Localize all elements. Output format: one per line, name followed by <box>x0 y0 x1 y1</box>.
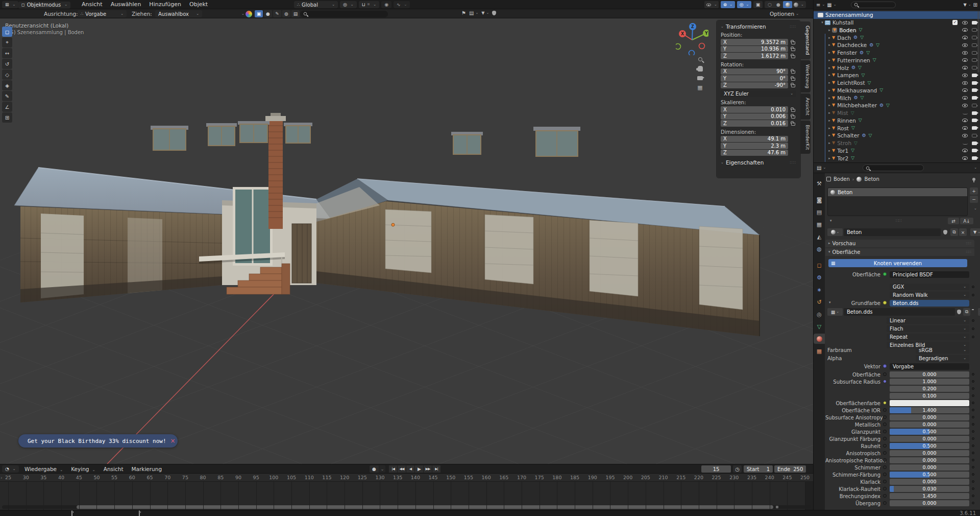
timeline-menu-ansicht[interactable]: Ansicht <box>100 464 128 474</box>
disclosure-icon[interactable]: ▸ <box>827 36 832 40</box>
object-name[interactable]: Dach <box>837 35 851 41</box>
outliner-filter-dropdown[interactable]: ▼⌄ <box>964 3 971 7</box>
render-tab[interactable]: ◙ <box>814 195 825 205</box>
object-name[interactable]: Tor1 <box>837 148 848 154</box>
eye-icon[interactable] <box>962 119 968 122</box>
outliner-row[interactable]: ▸▼Boden▽ <box>814 27 980 34</box>
preview-range-toggle[interactable]: ◷ <box>733 465 742 473</box>
jump-end-button[interactable]: ▶| <box>432 465 440 473</box>
decorator-dot[interactable] <box>972 487 974 490</box>
image-setting-dropdown[interactable]: Linear⌄ <box>887 317 969 324</box>
object-tab[interactable]: ◻ <box>814 260 825 270</box>
next-keyframe-button[interactable]: ▶▶ <box>424 465 432 473</box>
disclosure-icon[interactable]: ▸ <box>827 126 832 130</box>
transform-z-field[interactable]: Z47.6 m <box>721 150 788 156</box>
disclosure-icon[interactable]: ▸ <box>827 103 832 107</box>
camera-render-icon[interactable] <box>972 142 977 145</box>
n-panel-tab-blenderkit[interactable]: BlenderKit <box>800 121 811 154</box>
mesh-data-icon[interactable]: ▽ <box>851 111 854 115</box>
outliner-row[interactable]: ▸▼Melkhauswand▽ <box>814 87 980 95</box>
outliner-row[interactable]: ▸▼Stroh▽ <box>814 139 980 147</box>
transform-y-field[interactable]: Y10.936 m <box>721 46 788 53</box>
transform-y-field[interactable]: Y2.3 m <box>721 143 788 149</box>
view-layer-tab[interactable]: ▦ <box>814 219 825 229</box>
eye-icon[interactable] <box>962 134 968 137</box>
modifier-icon[interactable]: ⚙ <box>869 43 873 48</box>
object-name[interactable]: Lampen <box>837 72 859 78</box>
transform-x-field[interactable]: X0.010 <box>721 106 788 113</box>
outliner-row[interactable]: ▸▼Schalter⚙▽ <box>814 132 980 139</box>
camera-render-icon[interactable] <box>972 111 977 115</box>
mesh-data-icon[interactable]: ▽ <box>861 96 864 100</box>
bk-scenes-button[interactable]: ◍ <box>282 10 290 17</box>
shading-wireframe-button[interactable]: ◌ <box>766 1 774 8</box>
eye-closed-icon[interactable] <box>963 142 968 145</box>
unlink-material-button[interactable]: × <box>959 228 967 236</box>
outliner-row[interactable]: ▸▼Tor1▽ <box>814 147 980 155</box>
transform-tool[interactable]: ◈ <box>2 80 12 90</box>
mesh-data-icon[interactable]: ▽ <box>876 43 879 48</box>
transform-y-field[interactable]: Y0° <box>721 75 788 82</box>
slider-bar[interactable]: 0.500 <box>890 429 969 435</box>
decorator-dot[interactable] <box>972 466 974 468</box>
disclosure-icon[interactable]: ▸ <box>827 119 832 123</box>
modifier-icon[interactable]: ⚙ <box>860 51 864 55</box>
decorator-dot[interactable] <box>972 416 974 418</box>
orientation-setting-dropdown[interactable]: ∴ Vorgabe ⌄ <box>78 10 127 17</box>
timeline-scrollbar[interactable] <box>77 505 773 509</box>
lock-icon[interactable] <box>791 115 795 119</box>
lock-icon[interactable] <box>791 41 795 44</box>
n-panel-tab-gegenstand[interactable]: Gegenstand <box>800 21 811 59</box>
falloff-selector[interactable]: ∿⌄ <box>394 1 410 8</box>
camera-render-icon[interactable] <box>972 66 977 69</box>
timeline-menu-wiedergabe[interactable]: Wiedergabe ⌄ <box>20 464 67 474</box>
lock-icon[interactable] <box>791 55 795 58</box>
mesh-data-icon[interactable]: ▽ <box>873 58 876 62</box>
collection-label[interactable]: Kuhstall <box>832 19 854 26</box>
outliner-row[interactable]: ▸▼Dach⚙▽ <box>814 34 980 41</box>
unlink-image-button[interactable]: × <box>978 308 980 316</box>
eye-closed-icon[interactable] <box>963 112 968 114</box>
bk-materials-button[interactable]: ● <box>264 10 272 17</box>
n-panel-tab-werkzeug[interactable]: Werkzeug <box>800 60 811 92</box>
modifier-icon[interactable]: ⚙ <box>879 103 884 108</box>
outliner-row[interactable]: ▸▼Tor2▽ <box>814 154 980 162</box>
physics-tab[interactable]: ↺ <box>814 297 825 307</box>
material-slot-list[interactable]: Beton <box>827 187 968 216</box>
bk-filter-dropdown[interactable]: ▼⌄ <box>481 11 489 15</box>
proportional-edit-toggle[interactable]: ◉ <box>381 1 391 8</box>
object-name[interactable]: Melkhauswand <box>837 87 877 93</box>
decorator-dot[interactable] <box>972 380 974 383</box>
slider-bar[interactable]: 0.000 <box>890 436 969 442</box>
mesh-data-icon[interactable]: ▽ <box>886 103 890 108</box>
eye-icon[interactable] <box>962 88 968 92</box>
eye-icon[interactable] <box>962 36 968 39</box>
use-nodes-button[interactable]: ▦ Knoten verwenden <box>828 259 967 267</box>
disclosure-icon[interactable]: ▸ <box>827 133 832 137</box>
image-fake-user-button[interactable] <box>957 310 961 314</box>
camera-render-icon[interactable] <box>972 104 977 107</box>
image-setting-dropdown[interactable]: Repeat⌄ <box>887 334 969 340</box>
eye-icon[interactable] <box>962 126 968 130</box>
camera-render-icon[interactable] <box>972 21 977 25</box>
decorator-dot[interactable] <box>972 495 974 497</box>
modifier-icon[interactable]: ⚙ <box>851 65 855 70</box>
texture-tab[interactable]: ▦ <box>814 346 825 356</box>
object-name[interactable]: Dachdecke <box>837 42 867 48</box>
disclosure-icon[interactable]: ▸ <box>827 51 832 55</box>
menu-auswählen[interactable]: Auswählen <box>107 0 145 9</box>
disclosure-icon[interactable]: ▸ <box>827 88 832 92</box>
collection-checkbox[interactable]: ✓ <box>952 20 958 25</box>
pan-icon[interactable] <box>698 66 703 72</box>
outliner-row[interactable]: ▸▼Milch⚙▽ <box>814 94 980 102</box>
timeline-ruler[interactable]: › 25303540455055606570758085909510010511… <box>0 474 813 482</box>
rotation-mode-dropdown[interactable]: XYZ Euler⌄ <box>721 90 796 97</box>
data-tab[interactable]: ▽ <box>814 321 825 332</box>
lock-icon[interactable] <box>791 123 795 126</box>
slider-bar[interactable]: 0.000 <box>890 414 969 420</box>
pin-icon[interactable] <box>972 178 975 181</box>
object-name[interactable]: Rinnen <box>837 118 856 124</box>
slider-bar[interactable]: 0.030 <box>890 486 969 492</box>
mesh-data-icon[interactable]: ▽ <box>859 118 862 123</box>
modifier-icon[interactable]: ⚙ <box>862 133 866 138</box>
